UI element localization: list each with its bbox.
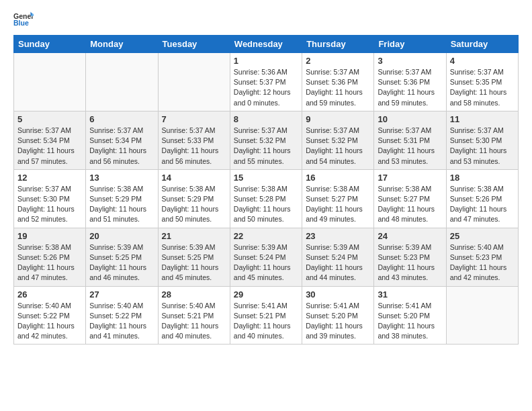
calendar-cell: 27Sunrise: 5:40 AM Sunset: 5:22 PM Dayli…: [86, 286, 158, 345]
calendar-cell: 3Sunrise: 5:37 AM Sunset: 5:36 PM Daylig…: [374, 53, 446, 111]
calendar-cell: 8Sunrise: 5:37 AM Sunset: 5:32 PM Daylig…: [230, 111, 302, 169]
day-info: Sunrise: 5:38 AM Sunset: 5:27 PM Dayligh…: [378, 184, 442, 225]
day-info: Sunrise: 5:41 AM Sunset: 5:20 PM Dayligh…: [378, 301, 442, 342]
calendar-header-row: SundayMondayTuesdayWednesdayThursdayFrid…: [14, 36, 519, 53]
page-container: General Blue SundayMondayTuesdayWednesda…: [0, 0, 532, 351]
day-number: 22: [234, 231, 298, 241]
day-number: 11: [450, 114, 515, 124]
day-number: 26: [17, 289, 82, 300]
day-number: 20: [89, 231, 154, 241]
calendar-cell: 2Sunrise: 5:37 AM Sunset: 5:36 PM Daylig…: [302, 53, 374, 111]
calendar-cell: 29Sunrise: 5:41 AM Sunset: 5:21 PM Dayli…: [230, 286, 302, 345]
calendar-cell: 20Sunrise: 5:39 AM Sunset: 5:25 PM Dayli…: [86, 228, 158, 286]
calendar-cell: 11Sunrise: 5:37 AM Sunset: 5:30 PM Dayli…: [446, 111, 518, 169]
weekday-header-thursday: Thursday: [302, 36, 374, 53]
day-number: 25: [450, 231, 515, 241]
day-number: 27: [89, 289, 154, 300]
day-number: 23: [306, 231, 370, 241]
day-number: 3: [378, 56, 442, 66]
day-number: 13: [89, 173, 154, 183]
day-info: Sunrise: 5:40 AM Sunset: 5:23 PM Dayligh…: [450, 242, 515, 283]
calendar-cell: [86, 53, 158, 111]
day-number: 6: [89, 114, 154, 124]
day-number: 28: [162, 289, 226, 300]
calendar-cell: 21Sunrise: 5:39 AM Sunset: 5:25 PM Dayli…: [158, 228, 230, 286]
day-info: Sunrise: 5:37 AM Sunset: 5:33 PM Dayligh…: [162, 126, 226, 167]
weekday-header-saturday: Saturday: [446, 36, 518, 53]
calendar-cell: 28Sunrise: 5:40 AM Sunset: 5:21 PM Dayli…: [158, 286, 230, 345]
day-number: 29: [234, 289, 298, 300]
day-info: Sunrise: 5:38 AM Sunset: 5:28 PM Dayligh…: [234, 184, 298, 225]
day-info: Sunrise: 5:38 AM Sunset: 5:26 PM Dayligh…: [450, 184, 515, 225]
day-info: Sunrise: 5:40 AM Sunset: 5:21 PM Dayligh…: [162, 301, 226, 342]
calendar-cell: 25Sunrise: 5:40 AM Sunset: 5:23 PM Dayli…: [446, 228, 518, 286]
day-number: 16: [306, 173, 370, 183]
day-info: Sunrise: 5:36 AM Sunset: 5:37 PM Dayligh…: [234, 67, 298, 108]
weekday-header-wednesday: Wednesday: [230, 36, 302, 53]
calendar-cell: 9Sunrise: 5:37 AM Sunset: 5:32 PM Daylig…: [302, 111, 374, 169]
calendar-week-row: 1Sunrise: 5:36 AM Sunset: 5:37 PM Daylig…: [14, 53, 519, 111]
calendar-cell: 6Sunrise: 5:37 AM Sunset: 5:34 PM Daylig…: [86, 111, 158, 169]
calendar-cell: 13Sunrise: 5:38 AM Sunset: 5:29 PM Dayli…: [86, 169, 158, 228]
day-number: 30: [306, 289, 370, 300]
day-number: 12: [17, 173, 82, 183]
calendar-cell: 4Sunrise: 5:37 AM Sunset: 5:35 PM Daylig…: [446, 53, 518, 111]
day-info: Sunrise: 5:38 AM Sunset: 5:26 PM Dayligh…: [17, 242, 82, 283]
calendar-cell: 10Sunrise: 5:37 AM Sunset: 5:31 PM Dayli…: [374, 111, 446, 169]
day-info: Sunrise: 5:37 AM Sunset: 5:34 PM Dayligh…: [17, 126, 82, 167]
calendar-week-row: 19Sunrise: 5:38 AM Sunset: 5:26 PM Dayli…: [14, 228, 519, 286]
calendar-cell: 31Sunrise: 5:41 AM Sunset: 5:20 PM Dayli…: [374, 286, 446, 345]
day-number: 31: [378, 289, 442, 300]
day-info: Sunrise: 5:37 AM Sunset: 5:35 PM Dayligh…: [450, 67, 515, 108]
day-number: 19: [17, 231, 82, 241]
calendar-cell: 19Sunrise: 5:38 AM Sunset: 5:26 PM Dayli…: [14, 228, 86, 286]
day-info: Sunrise: 5:37 AM Sunset: 5:36 PM Dayligh…: [306, 67, 370, 108]
day-number: 14: [162, 173, 226, 183]
calendar-cell: 26Sunrise: 5:40 AM Sunset: 5:22 PM Dayli…: [14, 286, 86, 345]
day-info: Sunrise: 5:37 AM Sunset: 5:34 PM Dayligh…: [89, 126, 154, 167]
day-info: Sunrise: 5:39 AM Sunset: 5:24 PM Dayligh…: [234, 242, 298, 283]
day-number: 2: [306, 56, 370, 66]
day-number: 7: [162, 114, 226, 124]
day-info: Sunrise: 5:38 AM Sunset: 5:29 PM Dayligh…: [89, 184, 154, 225]
day-number: 5: [17, 114, 82, 124]
weekday-header-friday: Friday: [374, 36, 446, 53]
day-info: Sunrise: 5:39 AM Sunset: 5:25 PM Dayligh…: [89, 242, 154, 283]
calendar-cell: [14, 53, 86, 111]
day-info: Sunrise: 5:37 AM Sunset: 5:32 PM Dayligh…: [234, 126, 298, 167]
day-number: 24: [378, 231, 442, 241]
day-info: Sunrise: 5:39 AM Sunset: 5:23 PM Dayligh…: [378, 242, 442, 283]
day-info: Sunrise: 5:40 AM Sunset: 5:22 PM Dayligh…: [17, 301, 82, 342]
day-number: 15: [234, 173, 298, 183]
calendar-cell: 16Sunrise: 5:38 AM Sunset: 5:27 PM Dayli…: [302, 169, 374, 228]
calendar-week-row: 26Sunrise: 5:40 AM Sunset: 5:22 PM Dayli…: [14, 286, 519, 345]
day-number: 10: [378, 114, 442, 124]
calendar-cell: 18Sunrise: 5:38 AM Sunset: 5:26 PM Dayli…: [446, 169, 518, 228]
calendar-cell: 17Sunrise: 5:38 AM Sunset: 5:27 PM Dayli…: [374, 169, 446, 228]
day-info: Sunrise: 5:37 AM Sunset: 5:30 PM Dayligh…: [450, 126, 515, 167]
weekday-header-sunday: Sunday: [14, 36, 86, 53]
day-info: Sunrise: 5:37 AM Sunset: 5:36 PM Dayligh…: [378, 67, 442, 108]
calendar-cell: 22Sunrise: 5:39 AM Sunset: 5:24 PM Dayli…: [230, 228, 302, 286]
day-number: 8: [234, 114, 298, 124]
day-number: 17: [378, 173, 442, 183]
day-info: Sunrise: 5:41 AM Sunset: 5:20 PM Dayligh…: [306, 301, 370, 342]
day-number: 21: [162, 231, 226, 241]
calendar-table: SundayMondayTuesdayWednesdayThursdayFrid…: [13, 35, 519, 345]
calendar-cell: 1Sunrise: 5:36 AM Sunset: 5:37 PM Daylig…: [230, 53, 302, 111]
day-info: Sunrise: 5:37 AM Sunset: 5:31 PM Dayligh…: [378, 126, 442, 167]
day-number: 1: [234, 56, 298, 66]
calendar-week-row: 12Sunrise: 5:37 AM Sunset: 5:30 PM Dayli…: [14, 169, 519, 228]
day-info: Sunrise: 5:41 AM Sunset: 5:21 PM Dayligh…: [234, 301, 298, 342]
day-number: 4: [450, 56, 515, 66]
svg-text:Blue: Blue: [13, 19, 29, 27]
weekday-header-tuesday: Tuesday: [158, 36, 230, 53]
day-number: 18: [450, 173, 515, 183]
day-info: Sunrise: 5:39 AM Sunset: 5:24 PM Dayligh…: [306, 242, 370, 283]
calendar-cell: 23Sunrise: 5:39 AM Sunset: 5:24 PM Dayli…: [302, 228, 374, 286]
header: General Blue: [13, 11, 519, 27]
calendar-cell: [158, 53, 230, 111]
day-info: Sunrise: 5:37 AM Sunset: 5:30 PM Dayligh…: [17, 184, 82, 225]
calendar-week-row: 5Sunrise: 5:37 AM Sunset: 5:34 PM Daylig…: [14, 111, 519, 169]
day-info: Sunrise: 5:38 AM Sunset: 5:29 PM Dayligh…: [162, 184, 226, 225]
